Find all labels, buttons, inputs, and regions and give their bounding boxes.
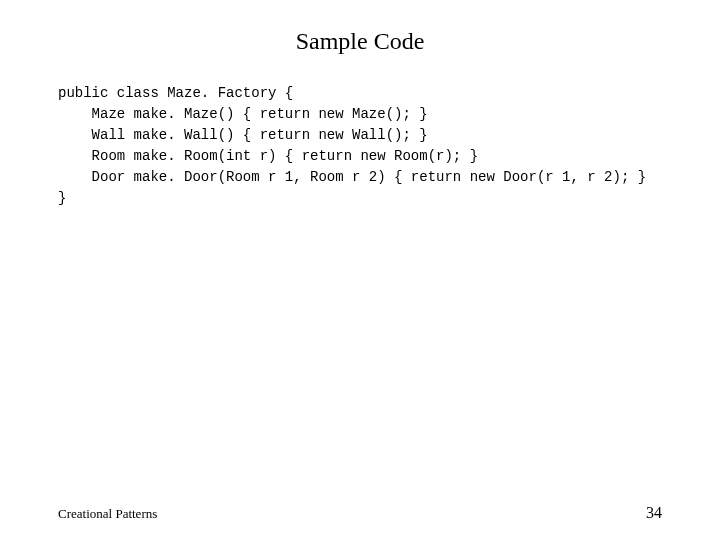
code-line: Door make. Door(Room r 1, Room r 2) { re… xyxy=(58,169,646,185)
code-block: public class Maze. Factory { Maze make. … xyxy=(58,83,662,209)
footer-left-text: Creational Patterns xyxy=(58,506,157,522)
page-number: 34 xyxy=(646,504,662,522)
code-line: Room make. Room(int r) { return new Room… xyxy=(58,148,478,164)
code-line: Wall make. Wall() { return new Wall(); } xyxy=(58,127,428,143)
code-line: } xyxy=(58,190,66,206)
code-line: public class Maze. Factory { xyxy=(58,85,293,101)
slide-title: Sample Code xyxy=(58,28,662,55)
slide-container: Sample Code public class Maze. Factory {… xyxy=(0,0,720,540)
slide-footer: Creational Patterns 34 xyxy=(58,504,662,522)
code-line: Maze make. Maze() { return new Maze(); } xyxy=(58,106,428,122)
